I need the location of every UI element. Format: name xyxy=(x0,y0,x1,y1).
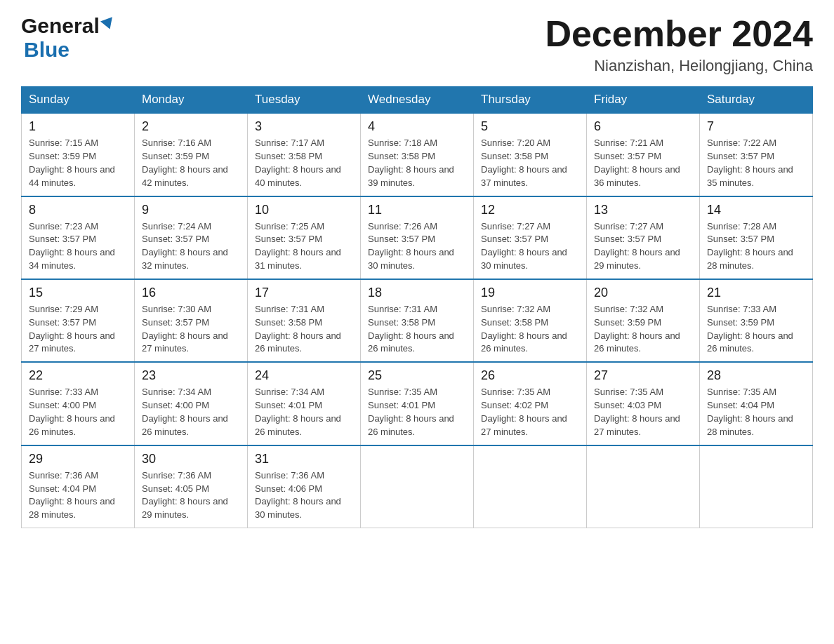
day-cell xyxy=(474,445,587,528)
day-detail: Sunrise: 7:36 AMSunset: 4:04 PMDaylight:… xyxy=(29,470,115,521)
day-number: 18 xyxy=(368,286,466,300)
day-cell: 5 Sunrise: 7:20 AMSunset: 3:58 PMDayligh… xyxy=(474,113,587,196)
day-detail: Sunrise: 7:18 AMSunset: 3:58 PMDaylight:… xyxy=(368,137,454,188)
day-number: 28 xyxy=(707,368,805,383)
day-cell: 15 Sunrise: 7:29 AMSunset: 3:57 PMDaylig… xyxy=(22,279,135,362)
col-saturday: Saturday xyxy=(700,87,813,114)
day-detail: Sunrise: 7:27 AMSunset: 3:57 PMDaylight:… xyxy=(481,221,567,271)
day-detail: Sunrise: 7:24 AMSunset: 3:57 PMDaylight:… xyxy=(142,221,228,271)
col-wednesday: Wednesday xyxy=(361,87,474,114)
day-detail: Sunrise: 7:34 AMSunset: 4:00 PMDaylight:… xyxy=(142,387,228,437)
day-cell: 23 Sunrise: 7:34 AMSunset: 4:00 PMDaylig… xyxy=(135,362,248,445)
day-number: 20 xyxy=(594,286,692,300)
logo-blue-text: Blue xyxy=(24,38,70,61)
day-detail: Sunrise: 7:22 AMSunset: 3:57 PMDaylight:… xyxy=(707,137,793,188)
day-detail: Sunrise: 7:23 AMSunset: 3:57 PMDaylight:… xyxy=(29,221,115,271)
week-row-5: 29 Sunrise: 7:36 AMSunset: 4:04 PMDaylig… xyxy=(22,445,813,528)
day-cell: 10 Sunrise: 7:25 AMSunset: 3:57 PMDaylig… xyxy=(248,196,361,279)
day-cell: 11 Sunrise: 7:26 AMSunset: 3:57 PMDaylig… xyxy=(361,196,474,279)
day-detail: Sunrise: 7:25 AMSunset: 3:57 PMDaylight:… xyxy=(255,221,341,271)
day-detail: Sunrise: 7:32 AMSunset: 3:59 PMDaylight:… xyxy=(594,304,680,354)
day-cell: 7 Sunrise: 7:22 AMSunset: 3:57 PMDayligh… xyxy=(700,113,813,196)
day-number: 16 xyxy=(142,286,240,300)
col-friday: Friday xyxy=(587,87,700,114)
day-detail: Sunrise: 7:34 AMSunset: 4:01 PMDaylight:… xyxy=(255,387,341,437)
day-number: 7 xyxy=(707,119,805,134)
day-cell: 3 Sunrise: 7:17 AMSunset: 3:58 PMDayligh… xyxy=(248,113,361,196)
day-detail: Sunrise: 7:28 AMSunset: 3:57 PMDaylight:… xyxy=(707,221,793,271)
day-detail: Sunrise: 7:35 AMSunset: 4:03 PMDaylight:… xyxy=(594,387,680,437)
day-number: 14 xyxy=(707,203,805,217)
week-row-2: 8 Sunrise: 7:23 AMSunset: 3:57 PMDayligh… xyxy=(22,196,813,279)
day-cell: 6 Sunrise: 7:21 AMSunset: 3:57 PMDayligh… xyxy=(587,113,700,196)
day-number: 30 xyxy=(142,452,240,467)
day-number: 27 xyxy=(594,368,692,383)
day-detail: Sunrise: 7:26 AMSunset: 3:57 PMDaylight:… xyxy=(368,221,454,271)
day-number: 2 xyxy=(142,119,240,134)
month-title: December 2024 xyxy=(545,14,813,54)
title-section: December 2024 Nianzishan, Heilongjiang, … xyxy=(545,14,813,75)
day-number: 26 xyxy=(481,368,579,383)
day-cell xyxy=(700,445,813,528)
day-cell: 4 Sunrise: 7:18 AMSunset: 3:58 PMDayligh… xyxy=(361,113,474,196)
header-row: Sunday Monday Tuesday Wednesday Thursday… xyxy=(22,87,813,114)
day-number: 17 xyxy=(255,286,353,300)
day-cell: 9 Sunrise: 7:24 AMSunset: 3:57 PMDayligh… xyxy=(135,196,248,279)
calendar-table: Sunday Monday Tuesday Wednesday Thursday… xyxy=(21,86,813,528)
page-header: General Blue December 2024 Nianzishan, H… xyxy=(21,14,813,75)
day-cell: 24 Sunrise: 7:34 AMSunset: 4:01 PMDaylig… xyxy=(248,362,361,445)
day-number: 22 xyxy=(29,368,127,383)
day-number: 11 xyxy=(368,203,466,217)
day-number: 15 xyxy=(29,286,127,300)
day-cell: 8 Sunrise: 7:23 AMSunset: 3:57 PMDayligh… xyxy=(22,196,135,279)
day-cell: 12 Sunrise: 7:27 AMSunset: 3:57 PMDaylig… xyxy=(474,196,587,279)
day-number: 12 xyxy=(481,203,579,217)
day-cell: 31 Sunrise: 7:36 AMSunset: 4:06 PMDaylig… xyxy=(248,445,361,528)
day-cell: 1 Sunrise: 7:15 AMSunset: 3:59 PMDayligh… xyxy=(22,113,135,196)
day-cell: 27 Sunrise: 7:35 AMSunset: 4:03 PMDaylig… xyxy=(587,362,700,445)
day-detail: Sunrise: 7:32 AMSunset: 3:58 PMDaylight:… xyxy=(481,304,567,354)
day-detail: Sunrise: 7:35 AMSunset: 4:04 PMDaylight:… xyxy=(707,387,793,437)
day-detail: Sunrise: 7:29 AMSunset: 3:57 PMDaylight:… xyxy=(29,304,115,354)
day-cell: 30 Sunrise: 7:36 AMSunset: 4:05 PMDaylig… xyxy=(135,445,248,528)
week-row-3: 15 Sunrise: 7:29 AMSunset: 3:57 PMDaylig… xyxy=(22,279,813,362)
day-detail: Sunrise: 7:31 AMSunset: 3:58 PMDaylight:… xyxy=(255,304,341,354)
day-detail: Sunrise: 7:27 AMSunset: 3:57 PMDaylight:… xyxy=(594,221,680,271)
day-number: 6 xyxy=(594,119,692,134)
day-detail: Sunrise: 7:15 AMSunset: 3:59 PMDaylight:… xyxy=(29,137,115,188)
day-number: 3 xyxy=(255,119,353,134)
day-number: 25 xyxy=(368,368,466,383)
day-cell: 28 Sunrise: 7:35 AMSunset: 4:04 PMDaylig… xyxy=(700,362,813,445)
day-detail: Sunrise: 7:30 AMSunset: 3:57 PMDaylight:… xyxy=(142,304,228,354)
day-number: 9 xyxy=(142,203,240,217)
day-number: 10 xyxy=(255,203,353,217)
day-number: 24 xyxy=(255,368,353,383)
logo: General Blue xyxy=(21,14,114,62)
day-number: 19 xyxy=(481,286,579,300)
day-cell: 29 Sunrise: 7:36 AMSunset: 4:04 PMDaylig… xyxy=(22,445,135,528)
day-number: 21 xyxy=(707,286,805,300)
day-number: 23 xyxy=(142,368,240,383)
day-cell: 20 Sunrise: 7:32 AMSunset: 3:59 PMDaylig… xyxy=(587,279,700,362)
day-cell xyxy=(587,445,700,528)
day-cell: 14 Sunrise: 7:28 AMSunset: 3:57 PMDaylig… xyxy=(700,196,813,279)
day-detail: Sunrise: 7:35 AMSunset: 4:01 PMDaylight:… xyxy=(368,387,454,437)
location: Nianzishan, Heilongjiang, China xyxy=(545,57,813,75)
day-cell: 18 Sunrise: 7:31 AMSunset: 3:58 PMDaylig… xyxy=(361,279,474,362)
col-thursday: Thursday xyxy=(474,87,587,114)
day-cell: 25 Sunrise: 7:35 AMSunset: 4:01 PMDaylig… xyxy=(361,362,474,445)
day-cell: 17 Sunrise: 7:31 AMSunset: 3:58 PMDaylig… xyxy=(248,279,361,362)
day-number: 31 xyxy=(255,452,353,467)
col-monday: Monday xyxy=(135,87,248,114)
day-detail: Sunrise: 7:33 AMSunset: 3:59 PMDaylight:… xyxy=(707,304,793,354)
day-cell: 16 Sunrise: 7:30 AMSunset: 3:57 PMDaylig… xyxy=(135,279,248,362)
day-detail: Sunrise: 7:20 AMSunset: 3:58 PMDaylight:… xyxy=(481,137,567,188)
day-detail: Sunrise: 7:21 AMSunset: 3:57 PMDaylight:… xyxy=(594,137,680,188)
day-detail: Sunrise: 7:33 AMSunset: 4:00 PMDaylight:… xyxy=(29,387,115,437)
day-cell: 21 Sunrise: 7:33 AMSunset: 3:59 PMDaylig… xyxy=(700,279,813,362)
day-cell: 22 Sunrise: 7:33 AMSunset: 4:00 PMDaylig… xyxy=(22,362,135,445)
day-cell: 13 Sunrise: 7:27 AMSunset: 3:57 PMDaylig… xyxy=(587,196,700,279)
day-detail: Sunrise: 7:16 AMSunset: 3:59 PMDaylight:… xyxy=(142,137,228,188)
day-cell: 19 Sunrise: 7:32 AMSunset: 3:58 PMDaylig… xyxy=(474,279,587,362)
logo-triangle-icon xyxy=(100,17,116,31)
